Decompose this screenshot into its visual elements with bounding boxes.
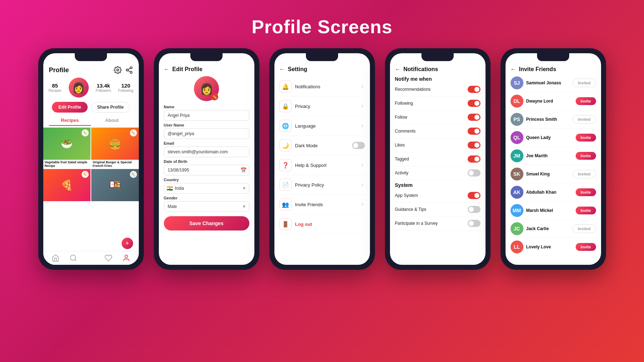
invite-button-sammuel[interactable]: Invited bbox=[572, 79, 596, 87]
settings-item-logout[interactable]: 🚪 Log out bbox=[279, 214, 365, 234]
friend-avatar: PS bbox=[511, 113, 523, 126]
country-select[interactable]: India bbox=[164, 183, 249, 194]
settings-item-notifications[interactable]: 🔔 Notifications bbox=[279, 77, 365, 96]
svg-point-2 bbox=[126, 69, 128, 71]
friend-name: Sammuel Jonass bbox=[526, 80, 570, 85]
invite-button-dwayne[interactable]: Invite bbox=[576, 97, 596, 105]
friend-lovely: LL Lovely Love Invite bbox=[511, 238, 596, 256]
edit-profile-button[interactable]: Edit Profile bbox=[52, 102, 87, 113]
notch-2 bbox=[190, 53, 223, 61]
invite-button-smuel[interactable]: Invited bbox=[572, 170, 596, 178]
svg-line-4 bbox=[128, 70, 130, 72]
likes-toggle[interactable] bbox=[468, 142, 480, 149]
stat-recipes: 85 Recipes bbox=[48, 83, 61, 93]
search-icon[interactable] bbox=[69, 254, 77, 262]
invite-button-joe[interactable]: Invite bbox=[576, 152, 596, 160]
system-item-survey: Participate in a Survey bbox=[395, 217, 480, 230]
survey-toggle[interactable] bbox=[468, 220, 480, 227]
notch-4 bbox=[421, 53, 454, 61]
friend-name: Princess Smith bbox=[526, 117, 570, 122]
chevron-right-icon bbox=[360, 104, 365, 109]
gender-wrap: Male Female ▼ bbox=[164, 201, 249, 212]
edit-avatar-icon[interactable]: ✏️ bbox=[211, 93, 218, 100]
invite-button-princess[interactable]: Invited bbox=[572, 115, 596, 124]
user-icon[interactable] bbox=[122, 254, 130, 262]
profile-tabs: Recipes About bbox=[49, 115, 133, 126]
bottom-nav bbox=[43, 251, 139, 265]
following-toggle[interactable] bbox=[468, 100, 480, 107]
notch-1 bbox=[75, 53, 107, 61]
notifications-header: ← Notifications bbox=[390, 63, 486, 74]
share-profile-button[interactable]: Share Profile bbox=[91, 102, 130, 113]
back-button-notif[interactable]: ← bbox=[395, 66, 401, 73]
username-input[interactable] bbox=[164, 128, 249, 139]
svg-point-0 bbox=[117, 69, 119, 71]
profile-header-icons bbox=[114, 66, 133, 74]
notif-item-likes: Likes bbox=[395, 138, 480, 152]
settings-title: Setting bbox=[288, 66, 307, 73]
save-changes-button[interactable]: Save Changes bbox=[164, 216, 249, 230]
recipe-grid: 🥗 ✏️ Vegetable fruit Salad simple Recipe… bbox=[43, 126, 139, 203]
settings-item-help[interactable]: ❓ Help & Support bbox=[279, 155, 365, 175]
settings-item-invite[interactable]: 👥 Invite Friends bbox=[279, 195, 365, 214]
profile-buttons: Edit Profile Share Profile bbox=[43, 100, 139, 115]
gear-icon[interactable] bbox=[114, 66, 122, 74]
logout-label: Log out bbox=[295, 222, 365, 227]
friend-avatar: MM bbox=[511, 204, 523, 217]
back-button-invite[interactable]: ← bbox=[511, 66, 516, 73]
email-input[interactable] bbox=[164, 147, 249, 157]
profile-header: Profile bbox=[43, 63, 139, 75]
help-icon: ❓ bbox=[279, 159, 292, 171]
notch-3 bbox=[306, 53, 338, 61]
home-icon[interactable] bbox=[52, 254, 59, 262]
lock-icon: 🔒 bbox=[279, 100, 292, 112]
tab-about[interactable]: About bbox=[91, 115, 133, 126]
recommendations-toggle[interactable] bbox=[468, 86, 480, 93]
edit-avatar-wrap: 👩 ✏️ bbox=[159, 76, 254, 101]
chevron-right-icon bbox=[360, 182, 365, 187]
notif-item-follow: Follow bbox=[395, 110, 480, 124]
friend-avatar: AK bbox=[511, 186, 523, 199]
gender-select[interactable]: Male Female bbox=[164, 201, 249, 212]
activity-toggle[interactable] bbox=[468, 169, 480, 177]
settings-item-language[interactable]: 🌐 Language bbox=[279, 116, 365, 136]
comments-toggle[interactable] bbox=[468, 128, 480, 135]
edit-profile-title: Edit Profile bbox=[172, 66, 203, 73]
name-input[interactable] bbox=[164, 110, 249, 121]
dob-input[interactable] bbox=[164, 165, 249, 175]
recipe-caption: Original Burger & Special French Fries bbox=[91, 160, 139, 168]
share-icon[interactable] bbox=[125, 66, 133, 74]
edit-profile-header: ← Edit Profile bbox=[159, 63, 254, 74]
notif-item-recommendations: Recommendations bbox=[395, 83, 480, 96]
darkmode-toggle[interactable] bbox=[352, 142, 365, 149]
settings-item-privacy[interactable]: 🔒 Privacy bbox=[279, 96, 365, 116]
heart-icon[interactable] bbox=[104, 254, 112, 262]
invite-button-lovely[interactable]: Invite bbox=[576, 243, 596, 251]
invite-button-marsh[interactable]: Invite bbox=[576, 207, 596, 214]
tagged-toggle[interactable] bbox=[468, 155, 480, 163]
logout-icon: 🚪 bbox=[279, 218, 292, 230]
tab-recipes[interactable]: Recipes bbox=[49, 115, 91, 126]
invite-button-queen[interactable]: Invite bbox=[576, 134, 596, 142]
back-button-settings[interactable]: ← bbox=[279, 66, 285, 73]
friend-jack: JC Jack Carlie Invited bbox=[511, 220, 596, 238]
notif-item-following: Following bbox=[395, 96, 480, 110]
recipe-caption: Vegetable fruit Salad simple Recipe bbox=[43, 160, 91, 168]
invite-button-jack[interactable]: Invited bbox=[572, 224, 596, 233]
friend-dwayne: DL Dwayne Lord Invite bbox=[511, 92, 596, 110]
invite-icon: 👥 bbox=[279, 198, 292, 210]
friend-avatar: QL bbox=[511, 131, 523, 144]
chevron-right-icon bbox=[360, 163, 365, 168]
fab-add[interactable]: + bbox=[122, 238, 133, 249]
app-system-toggle[interactable] bbox=[468, 192, 480, 199]
guidance-toggle[interactable] bbox=[468, 206, 480, 213]
system-list: App System Guidance & Tips Participate i… bbox=[390, 189, 486, 230]
notif-item-comments: Comments bbox=[395, 124, 480, 138]
friend-sammuel: SJ Sammuel Jonass Invited bbox=[511, 74, 596, 92]
back-button[interactable]: ← bbox=[164, 66, 170, 73]
invite-button-abdullah[interactable]: Invite bbox=[576, 188, 596, 196]
settings-item-policy[interactable]: 📄 Privacy Policy bbox=[279, 175, 365, 195]
follow-toggle[interactable] bbox=[468, 114, 480, 121]
recipe-item: 🥗 ✏️ bbox=[43, 128, 91, 160]
bell-icon: 🔔 bbox=[279, 80, 292, 93]
